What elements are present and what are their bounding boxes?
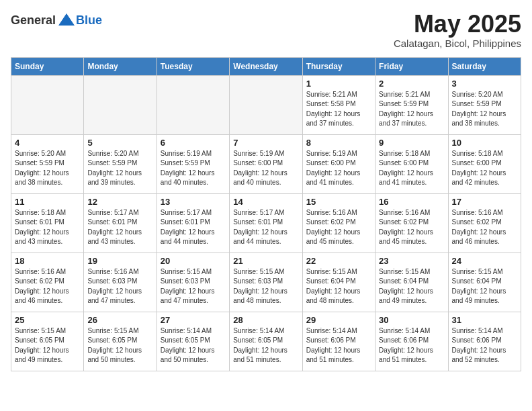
day-number: 5 bbox=[87, 138, 152, 148]
logo-general: General bbox=[11, 13, 56, 28]
calendar-day-cell: 12Sunrise: 5:17 AM Sunset: 6:01 PM Dayli… bbox=[84, 193, 157, 253]
calendar-day-cell: 13Sunrise: 5:17 AM Sunset: 6:01 PM Dayli… bbox=[157, 193, 229, 253]
day-info: Sunrise: 5:21 AM Sunset: 5:59 PM Dayligh… bbox=[379, 90, 444, 129]
day-number: 10 bbox=[452, 138, 517, 148]
day-number: 23 bbox=[379, 256, 444, 266]
day-info: Sunrise: 5:14 AM Sunset: 6:06 PM Dayligh… bbox=[379, 326, 444, 365]
calendar-week-row: 4Sunrise: 5:20 AM Sunset: 5:59 PM Daylig… bbox=[11, 134, 521, 193]
day-info: Sunrise: 5:15 AM Sunset: 6:04 PM Dayligh… bbox=[306, 267, 371, 306]
day-number: 20 bbox=[161, 256, 226, 266]
calendar-day-cell: 28Sunrise: 5:14 AM Sunset: 6:05 PM Dayli… bbox=[230, 312, 302, 371]
calendar-day-cell bbox=[84, 75, 157, 134]
day-info: Sunrise: 5:16 AM Sunset: 6:02 PM Dayligh… bbox=[306, 208, 371, 247]
day-number: 25 bbox=[15, 315, 80, 325]
calendar-week-row: 18Sunrise: 5:16 AM Sunset: 6:02 PM Dayli… bbox=[11, 253, 521, 312]
calendar-day-cell: 16Sunrise: 5:16 AM Sunset: 6:02 PM Dayli… bbox=[375, 193, 448, 253]
calendar-day-cell: 19Sunrise: 5:16 AM Sunset: 6:03 PM Dayli… bbox=[84, 253, 157, 312]
day-number: 9 bbox=[379, 138, 444, 148]
calendar-header-cell: Saturday bbox=[448, 57, 521, 75]
day-number: 4 bbox=[15, 138, 80, 148]
day-number: 21 bbox=[233, 256, 298, 266]
month-title: May 2025 bbox=[394, 11, 521, 38]
day-info: Sunrise: 5:15 AM Sunset: 6:03 PM Dayligh… bbox=[161, 267, 226, 306]
calendar-header-cell: Sunday bbox=[11, 57, 84, 75]
calendar-day-cell: 27Sunrise: 5:14 AM Sunset: 6:05 PM Dayli… bbox=[157, 312, 229, 371]
day-number: 13 bbox=[161, 197, 226, 207]
day-number: 12 bbox=[87, 197, 152, 207]
calendar-day-cell: 4Sunrise: 5:20 AM Sunset: 5:59 PM Daylig… bbox=[11, 134, 84, 193]
day-info: Sunrise: 5:18 AM Sunset: 6:01 PM Dayligh… bbox=[15, 208, 80, 247]
calendar-day-cell: 10Sunrise: 5:18 AM Sunset: 6:00 PM Dayli… bbox=[448, 134, 521, 193]
calendar-day-cell: 24Sunrise: 5:15 AM Sunset: 6:04 PM Dayli… bbox=[448, 253, 521, 312]
day-number: 8 bbox=[306, 138, 371, 148]
day-number: 16 bbox=[379, 197, 444, 207]
calendar-day-cell bbox=[157, 75, 229, 134]
day-number: 31 bbox=[452, 315, 517, 325]
calendar-day-cell: 9Sunrise: 5:18 AM Sunset: 6:00 PM Daylig… bbox=[375, 134, 448, 193]
day-number: 30 bbox=[379, 315, 444, 325]
day-info: Sunrise: 5:14 AM Sunset: 6:06 PM Dayligh… bbox=[306, 326, 371, 365]
day-info: Sunrise: 5:14 AM Sunset: 6:05 PM Dayligh… bbox=[233, 326, 298, 365]
day-info: Sunrise: 5:16 AM Sunset: 6:03 PM Dayligh… bbox=[87, 267, 152, 306]
calendar-day-cell: 20Sunrise: 5:15 AM Sunset: 6:03 PM Dayli… bbox=[157, 253, 229, 312]
calendar-day-cell: 6Sunrise: 5:19 AM Sunset: 5:59 PM Daylig… bbox=[157, 134, 229, 193]
calendar-day-cell: 5Sunrise: 5:20 AM Sunset: 5:59 PM Daylig… bbox=[84, 134, 157, 193]
day-info: Sunrise: 5:15 AM Sunset: 6:04 PM Dayligh… bbox=[379, 267, 444, 306]
calendar-day-cell: 21Sunrise: 5:15 AM Sunset: 6:03 PM Dayli… bbox=[230, 253, 302, 312]
calendar-week-row: 25Sunrise: 5:15 AM Sunset: 6:05 PM Dayli… bbox=[11, 312, 521, 371]
day-number: 14 bbox=[233, 197, 298, 207]
day-number: 15 bbox=[306, 197, 371, 207]
calendar-day-cell: 29Sunrise: 5:14 AM Sunset: 6:06 PM Dayli… bbox=[302, 312, 375, 371]
day-number: 11 bbox=[15, 197, 80, 207]
calendar-day-cell: 22Sunrise: 5:15 AM Sunset: 6:04 PM Dayli… bbox=[302, 253, 375, 312]
calendar-day-cell bbox=[230, 75, 302, 134]
day-info: Sunrise: 5:19 AM Sunset: 6:00 PM Dayligh… bbox=[233, 149, 298, 188]
day-number: 27 bbox=[161, 315, 226, 325]
day-info: Sunrise: 5:20 AM Sunset: 5:59 PM Dayligh… bbox=[87, 149, 152, 188]
calendar-header-row: SundayMondayTuesdayWednesdayThursdayFrid… bbox=[11, 57, 521, 75]
day-info: Sunrise: 5:20 AM Sunset: 5:59 PM Dayligh… bbox=[452, 90, 517, 129]
day-number: 22 bbox=[306, 256, 371, 266]
calendar-day-cell: 1Sunrise: 5:21 AM Sunset: 5:58 PM Daylig… bbox=[302, 75, 375, 134]
day-info: Sunrise: 5:15 AM Sunset: 6:05 PM Dayligh… bbox=[87, 326, 152, 365]
day-info: Sunrise: 5:15 AM Sunset: 6:05 PM Dayligh… bbox=[15, 326, 80, 365]
calendar-day-cell: 17Sunrise: 5:16 AM Sunset: 6:02 PM Dayli… bbox=[448, 193, 521, 253]
calendar-day-cell: 30Sunrise: 5:14 AM Sunset: 6:06 PM Dayli… bbox=[375, 312, 448, 371]
day-info: Sunrise: 5:16 AM Sunset: 6:02 PM Dayligh… bbox=[452, 208, 517, 247]
day-number: 24 bbox=[452, 256, 517, 266]
svg-marker-0 bbox=[58, 13, 75, 26]
calendar-header-cell: Thursday bbox=[302, 57, 375, 75]
calendar-day-cell bbox=[11, 75, 84, 134]
day-info: Sunrise: 5:17 AM Sunset: 6:01 PM Dayligh… bbox=[161, 208, 226, 247]
day-info: Sunrise: 5:17 AM Sunset: 6:01 PM Dayligh… bbox=[87, 208, 152, 247]
day-info: Sunrise: 5:17 AM Sunset: 6:01 PM Dayligh… bbox=[233, 208, 298, 247]
day-number: 17 bbox=[452, 197, 517, 207]
day-info: Sunrise: 5:19 AM Sunset: 6:00 PM Dayligh… bbox=[306, 149, 371, 188]
calendar-week-row: 1Sunrise: 5:21 AM Sunset: 5:58 PM Daylig… bbox=[11, 75, 521, 134]
calendar-table: SundayMondayTuesdayWednesdayThursdayFrid… bbox=[11, 57, 521, 371]
calendar-day-cell: 31Sunrise: 5:14 AM Sunset: 6:06 PM Dayli… bbox=[448, 312, 521, 371]
day-number: 19 bbox=[87, 256, 152, 266]
calendar-header-cell: Tuesday bbox=[157, 57, 229, 75]
logo: General Blue bbox=[11, 11, 102, 30]
day-info: Sunrise: 5:18 AM Sunset: 6:00 PM Dayligh… bbox=[379, 149, 444, 188]
calendar-day-cell: 14Sunrise: 5:17 AM Sunset: 6:01 PM Dayli… bbox=[230, 193, 302, 253]
calendar-day-cell: 8Sunrise: 5:19 AM Sunset: 6:00 PM Daylig… bbox=[302, 134, 375, 193]
day-info: Sunrise: 5:14 AM Sunset: 6:05 PM Dayligh… bbox=[161, 326, 226, 365]
day-number: 29 bbox=[306, 315, 371, 325]
day-info: Sunrise: 5:14 AM Sunset: 6:06 PM Dayligh… bbox=[452, 326, 517, 365]
location-title: Calatagan, Bicol, Philippines bbox=[394, 38, 521, 49]
day-number: 26 bbox=[87, 315, 152, 325]
calendar-header-cell: Friday bbox=[375, 57, 448, 75]
calendar-day-cell: 2Sunrise: 5:21 AM Sunset: 5:59 PM Daylig… bbox=[375, 75, 448, 134]
day-info: Sunrise: 5:15 AM Sunset: 6:03 PM Dayligh… bbox=[233, 267, 298, 306]
calendar-day-cell: 11Sunrise: 5:18 AM Sunset: 6:01 PM Dayli… bbox=[11, 193, 84, 253]
day-info: Sunrise: 5:21 AM Sunset: 5:58 PM Dayligh… bbox=[306, 90, 371, 129]
day-info: Sunrise: 5:16 AM Sunset: 6:02 PM Dayligh… bbox=[15, 267, 80, 306]
day-number: 18 bbox=[15, 256, 80, 266]
day-number: 2 bbox=[379, 79, 444, 89]
logo-blue: Blue bbox=[76, 13, 102, 28]
day-info: Sunrise: 5:16 AM Sunset: 6:02 PM Dayligh… bbox=[379, 208, 444, 247]
calendar-body: 1Sunrise: 5:21 AM Sunset: 5:58 PM Daylig… bbox=[11, 75, 521, 371]
page-header: General Blue May 2025 Calatagan, Bicol, … bbox=[11, 11, 521, 49]
